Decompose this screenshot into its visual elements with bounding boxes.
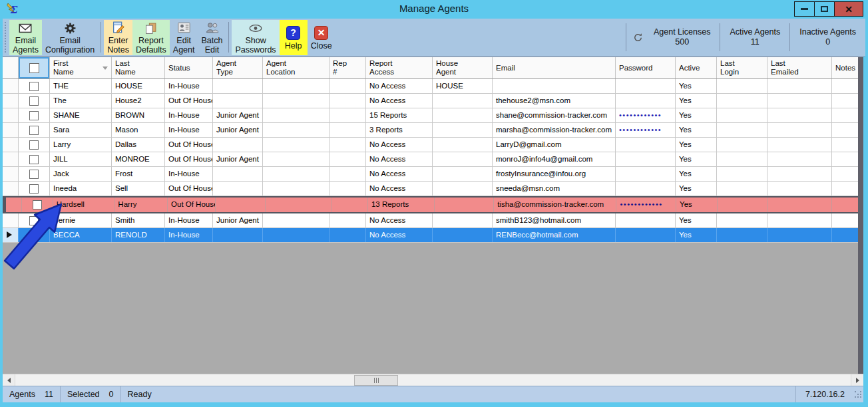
cell-active: Yes xyxy=(676,138,717,152)
row-checkbox[interactable] xyxy=(29,216,39,225)
row-checkbox[interactable] xyxy=(29,140,39,150)
resize-grip-icon[interactable] xyxy=(854,390,862,398)
row-checkbox[interactable] xyxy=(29,111,39,120)
maximize-button[interactable] xyxy=(814,1,835,17)
row-checkbox[interactable] xyxy=(29,170,39,179)
vertical-scrollbar[interactable] xyxy=(858,57,863,374)
table-row[interactable]: HardsellHarryOut Of House13 Reportstisha… xyxy=(3,196,863,213)
cell-location xyxy=(263,167,329,181)
cell-last: Mason xyxy=(112,123,165,137)
cell-email: marsha@commission-tracker.com xyxy=(493,123,616,137)
horizontal-scrollbar[interactable] xyxy=(3,374,863,386)
scroll-right-button[interactable] xyxy=(851,374,863,386)
cell-check xyxy=(19,167,50,181)
cell-location xyxy=(263,228,329,242)
cell-rowmark xyxy=(3,79,19,93)
table-row[interactable]: JackFrostIn-HouseNo AccessfrostyInsuranc… xyxy=(3,167,863,182)
cell-first: Ineeda xyxy=(50,182,112,196)
window-title: Manage Agents xyxy=(0,3,868,14)
select-all-checkbox[interactable] xyxy=(29,63,39,73)
password-mask: •••••••••••• xyxy=(619,111,662,119)
row-checkbox[interactable] xyxy=(29,184,39,194)
table-row[interactable]: BECCARENOLDIn-HouseNo AccessRENBecc@hotm… xyxy=(3,228,863,243)
cell-first: Bernie xyxy=(50,213,112,227)
cell-access: No Access xyxy=(366,182,433,196)
cell-login xyxy=(717,79,767,93)
cell-active: Yes xyxy=(676,167,717,181)
scroll-left-button[interactable] xyxy=(3,374,15,386)
cell-status: Out Of House xyxy=(165,152,213,166)
table-row[interactable]: SaraMasonIn-HouseJunior Agent3 Reportsma… xyxy=(3,123,863,138)
column-header-house[interactable]: House Agent xyxy=(433,57,493,78)
cell-first: SHANE xyxy=(50,108,112,122)
row-checkbox[interactable] xyxy=(33,200,42,209)
cell-email xyxy=(493,79,616,93)
column-header-login[interactable]: Last Login xyxy=(717,57,767,78)
minimize-button[interactable] xyxy=(794,1,815,17)
cell-check xyxy=(19,152,50,166)
column-header-location[interactable]: Agent Location xyxy=(263,57,329,78)
cell-active: Yes xyxy=(676,198,718,212)
cell-password: •••••••••••• xyxy=(616,108,676,122)
column-header-access[interactable]: Report Access xyxy=(366,57,433,78)
cell-email: LarryD@gmail.com xyxy=(493,138,616,152)
row-checkbox[interactable] xyxy=(29,126,39,135)
column-header-status[interactable]: Status xyxy=(165,57,213,78)
column-header-active[interactable]: Active xyxy=(676,57,717,78)
help-button[interactable]: ?Help xyxy=(280,20,308,55)
row-checkbox[interactable] xyxy=(29,96,39,106)
cell-emailed xyxy=(767,167,832,181)
column-header-password[interactable]: Password xyxy=(616,57,676,78)
cell-status: Out Of House xyxy=(165,94,213,108)
cell-house xyxy=(433,94,493,108)
cell-emailed xyxy=(767,94,832,108)
column-header-type[interactable]: Agent Type xyxy=(213,57,263,78)
table-row[interactable]: SHANEBROWNIn-HouseJunior Agent15 Reports… xyxy=(3,108,863,123)
table-row[interactable]: LarryDallasOut Of HouseNo AccessLarryD@g… xyxy=(3,138,863,152)
email-agents-button[interactable]: Email Agents xyxy=(9,20,42,55)
toolbar: Email AgentsEmail ConfigurationEnter Not… xyxy=(3,19,865,57)
cell-check xyxy=(19,182,50,196)
row-checkbox[interactable] xyxy=(29,231,39,240)
statusbar-agents: Agents 11 xyxy=(3,386,61,402)
enter-notes-button[interactable]: Enter Notes xyxy=(104,20,132,55)
cell-first: THE xyxy=(50,79,112,93)
row-checkbox[interactable] xyxy=(29,155,39,164)
table-row[interactable]: JILLMONROEOut Of HouseJunior AgentNo Acc… xyxy=(3,152,863,167)
column-header-last[interactable]: Last Name xyxy=(112,57,165,78)
cell-house xyxy=(433,138,493,152)
table-row[interactable]: BernieSmithIn-HouseJunior AgentNo Access… xyxy=(3,213,863,228)
stat-label: Inactive Agents xyxy=(799,27,856,37)
column-header-email[interactable]: Email xyxy=(493,57,616,78)
close-button[interactable]: ✕Close xyxy=(308,20,335,55)
table-row[interactable]: TheHouse2Out Of HouseNo Accessthehouse2@… xyxy=(3,94,863,108)
report-defaults-button[interactable]: Report Defaults xyxy=(132,20,170,55)
table-row[interactable]: IneedaSellOut Of HouseNo Accesssneeda@ms… xyxy=(3,182,863,196)
cell-house xyxy=(433,182,493,196)
column-header-rep[interactable]: Rep # xyxy=(329,57,366,78)
close-label: Close xyxy=(311,41,332,51)
cell-last: House2 xyxy=(112,94,165,108)
row-checkbox[interactable] xyxy=(29,82,39,91)
sort-descending-icon[interactable] xyxy=(103,67,108,70)
edit-agent-button[interactable]: Edit Agent xyxy=(170,20,198,55)
cell-active: Yes xyxy=(676,213,717,227)
scrollbar-thumb[interactable] xyxy=(354,375,398,386)
refresh-icon[interactable] xyxy=(626,33,644,43)
column-header-first[interactable]: First Name xyxy=(50,57,112,78)
toolbar-grip xyxy=(5,22,7,53)
cell-type: Junior Agent xyxy=(213,152,263,166)
table-row[interactable]: THEHOUSEIn-HouseNo AccessHOUSEYes xyxy=(3,79,863,94)
close-window-button[interactable]: ✕ xyxy=(834,1,863,17)
column-header-emailed[interactable]: Last Emailed xyxy=(767,57,832,78)
batch-edit-button[interactable]: Batch Edit xyxy=(198,20,226,55)
column-header-check[interactable] xyxy=(19,57,50,78)
cell-access: 13 Reports xyxy=(368,198,435,212)
email-configuration-button[interactable]: Email Configuration xyxy=(42,20,98,55)
cell-login xyxy=(717,182,767,196)
cell-house xyxy=(433,167,493,181)
cell-access: No Access xyxy=(366,79,433,93)
show-passwords-button[interactable]: Show Passwords xyxy=(232,20,279,55)
cell-rowmark xyxy=(3,228,19,242)
cell-last: Frost xyxy=(112,167,165,181)
